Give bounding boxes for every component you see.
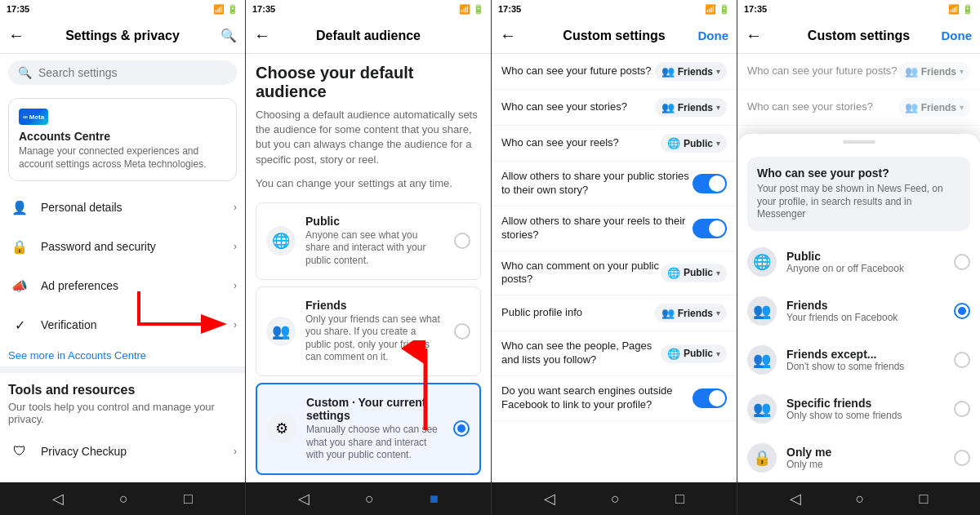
public-icon: 🌐 bbox=[266, 226, 296, 255]
recent-gesture-4[interactable]: □ bbox=[920, 491, 929, 508]
public-icon-2: 🌐 bbox=[667, 267, 680, 279]
home-gesture-2[interactable]: ○ bbox=[365, 491, 374, 508]
custom-item-share-stories[interactable]: Allow others to share your public storie… bbox=[492, 162, 737, 206]
post-friends-except-radio[interactable] bbox=[954, 352, 970, 368]
chevron-down-1: ▾ bbox=[716, 67, 720, 76]
status-bar-3: 17:35 📶 🔋 bbox=[492, 0, 737, 18]
audience-option-custom[interactable]: ⚙ Custom · Your current settings Manuall… bbox=[256, 383, 481, 475]
tools-resources-desc: Our tools help you control and manage yo… bbox=[0, 401, 245, 432]
post-option-public[interactable]: 🌐 Public Anyone on or off Facebook bbox=[737, 238, 980, 286]
panel-settings: 17:35 📶 🔋 ← Settings & privacy 🔍 🔍 ∞ Met… bbox=[0, 0, 245, 515]
post-friends-except-icon: 👥 bbox=[747, 345, 777, 375]
post-audience-title: Who can see your post? bbox=[757, 166, 960, 180]
done-label-4[interactable]: Done bbox=[942, 29, 973, 42]
post-only-me-info: Only me Only me bbox=[786, 446, 944, 470]
toggle-knob-3 bbox=[709, 390, 725, 406]
share-stories-toggle[interactable] bbox=[693, 174, 727, 193]
post-option-specific-friends[interactable]: 👥 Specific friends Only show to some fri… bbox=[737, 384, 980, 433]
public-radio[interactable] bbox=[454, 233, 470, 249]
chevron-icon: › bbox=[234, 202, 237, 213]
menu-personal-details[interactable]: 👤 Personal details › bbox=[0, 188, 245, 227]
custom-radio[interactable] bbox=[453, 420, 470, 437]
comment-tag[interactable]: 🌐 Public ▾ bbox=[661, 264, 727, 282]
post-specific-radio[interactable] bbox=[954, 401, 970, 417]
search-engines-label: Do you want search engines outside Faceb… bbox=[501, 384, 693, 412]
custom-item-search-engines[interactable]: Do you want search engines outside Faceb… bbox=[492, 376, 737, 421]
recent-gesture-3[interactable]: □ bbox=[675, 491, 684, 508]
post-friends-except-desc: Don't show to some friends bbox=[786, 361, 944, 372]
menu-supervision[interactable]: 👁 Supervision › bbox=[0, 471, 245, 482]
see-more-link[interactable]: See more in Accounts Centre bbox=[0, 344, 245, 366]
profile-info-tag[interactable]: 👥 Friends ▾ bbox=[655, 304, 727, 322]
menu-ad-preferences[interactable]: 📣 Ad preferences › bbox=[0, 266, 245, 305]
future-posts-tag-2: 👥 Friends ▾ bbox=[898, 62, 970, 81]
back-gesture-3[interactable]: ◁ bbox=[544, 490, 555, 508]
post-option-friends[interactable]: 👥 Friends Your friends on Facebook bbox=[737, 286, 980, 335]
bottom-nav-4: ◁ ○ □ bbox=[737, 482, 980, 515]
custom-item-reels[interactable]: Who can see your reels? 🌐 Public ▾ bbox=[492, 126, 737, 162]
post-friends-radio[interactable] bbox=[954, 303, 970, 319]
tools-resources-title: Tools and resources bbox=[0, 373, 245, 401]
friends-icon-2: 👥 bbox=[662, 101, 675, 113]
custom-item-future-posts[interactable]: Who can see your future posts? 👥 Friends… bbox=[492, 54, 737, 90]
post-friends-except-name: Friends except... bbox=[786, 348, 944, 361]
post-public-desc: Anyone on or off Facebook bbox=[786, 263, 944, 274]
accounts-centre-card: ∞ Meta Accounts Centre Manage your conne… bbox=[8, 98, 237, 181]
friends-radio[interactable] bbox=[454, 323, 470, 340]
recent-gesture-2[interactable]: ■ bbox=[430, 491, 439, 508]
post-only-me-desc: Only me bbox=[786, 459, 944, 470]
menu-privacy-checkup[interactable]: 🛡 Privacy Checkup › bbox=[0, 432, 245, 471]
ad-icon: 📣 bbox=[8, 274, 31, 297]
done-button-3[interactable]: Done bbox=[704, 29, 728, 42]
search-engines-toggle[interactable] bbox=[693, 388, 727, 408]
post-friends-desc: Your friends on Facebook bbox=[786, 312, 944, 323]
share-reels-label: Allow others to share your reels to thei… bbox=[501, 215, 693, 242]
menu-password-security[interactable]: 🔒 Password and security › bbox=[0, 227, 245, 266]
share-stories-label: Allow others to share your public storie… bbox=[501, 170, 693, 198]
post-option-only-me[interactable]: 🔒 Only me Only me bbox=[737, 433, 980, 482]
home-gesture-3[interactable]: ○ bbox=[611, 491, 620, 508]
back-gesture-2[interactable]: ◁ bbox=[298, 490, 310, 508]
custom-item-people[interactable]: Who can see the people, Pages and lists … bbox=[492, 331, 737, 376]
back-button-3[interactable]: ← bbox=[500, 26, 524, 45]
future-posts-tag[interactable]: 👥 Friends ▾ bbox=[655, 62, 727, 81]
search-button-1[interactable]: 🔍 bbox=[212, 28, 237, 43]
done-label-3[interactable]: Done bbox=[698, 29, 729, 42]
home-gesture-1[interactable]: ○ bbox=[119, 491, 128, 508]
home-gesture-4[interactable]: ○ bbox=[856, 491, 865, 508]
menu-verification[interactable]: ✓ Verification › bbox=[0, 305, 245, 344]
post-option-friends-except[interactable]: 👥 Friends except... Don't show to some f… bbox=[737, 335, 980, 384]
audience-option-public[interactable]: 🌐 Public Anyone can see what you share a… bbox=[256, 202, 481, 280]
search-box[interactable]: 🔍 bbox=[8, 60, 237, 85]
back-button-2[interactable]: ← bbox=[254, 26, 278, 45]
back-button-4[interactable]: ← bbox=[746, 26, 770, 45]
recent-gesture-1[interactable]: □ bbox=[184, 491, 193, 508]
done-button-4[interactable]: Done bbox=[947, 29, 972, 42]
bottom-nav-1: ◁ ○ □ bbox=[0, 482, 245, 515]
audience-option-friends[interactable]: 👥 Friends Only your friends can see what… bbox=[256, 286, 481, 376]
share-reels-toggle[interactable] bbox=[693, 219, 727, 238]
custom-settings-title-4: Custom settings bbox=[770, 29, 947, 43]
profile-info-label: Public profile info bbox=[501, 306, 655, 320]
people-tag[interactable]: 🌐 Public ▾ bbox=[661, 344, 727, 363]
custom-item-stories[interactable]: Who can see your stories? 👥 Friends ▾ bbox=[492, 90, 737, 126]
post-only-me-radio[interactable] bbox=[954, 450, 970, 466]
custom-item-share-reels[interactable]: Allow others to share your reels to thei… bbox=[492, 206, 737, 251]
password-icon: 🔒 bbox=[8, 235, 31, 258]
custom-item-comment[interactable]: Who can comment on your public posts? 🌐 … bbox=[492, 251, 737, 296]
back-gesture-1[interactable]: ◁ bbox=[52, 490, 64, 508]
status-bar-4: 17:35 📶 🔋 bbox=[737, 0, 980, 18]
stories-tag[interactable]: 👥 Friends ▾ bbox=[655, 98, 727, 117]
reels-tag[interactable]: 🌐 Public ▾ bbox=[661, 134, 727, 153]
search-input[interactable] bbox=[38, 66, 227, 79]
status-icons-2: 📶 🔋 bbox=[459, 4, 484, 15]
friends-desc: Only your friends can see what you share… bbox=[305, 313, 444, 364]
back-gesture-4[interactable]: ◁ bbox=[790, 490, 801, 508]
reels-value: Public bbox=[684, 138, 713, 149]
back-button-1[interactable]: ← bbox=[8, 26, 33, 45]
custom-item-profile-info[interactable]: Public profile info 👥 Friends ▾ bbox=[492, 295, 737, 331]
default-audience-desc: Choosing a default audience automaticall… bbox=[256, 108, 481, 167]
comment-label: Who can comment on your public posts? bbox=[501, 260, 661, 287]
post-public-radio[interactable] bbox=[954, 254, 970, 270]
post-specific-icon: 👥 bbox=[747, 394, 777, 424]
